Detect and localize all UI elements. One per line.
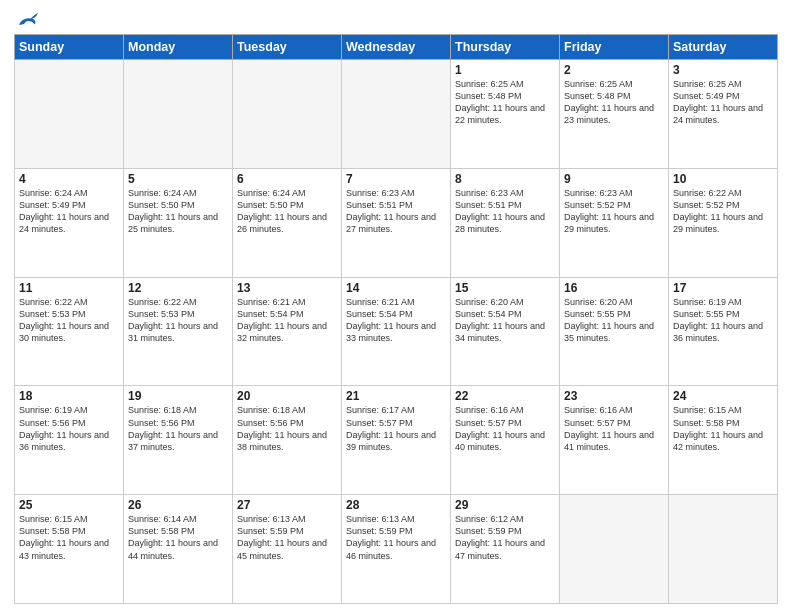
day-info: Sunrise: 6:25 AM Sunset: 5:48 PM Dayligh… xyxy=(564,78,664,127)
day-number: 19 xyxy=(128,389,228,403)
day-info: Sunrise: 6:16 AM Sunset: 5:57 PM Dayligh… xyxy=(455,404,555,453)
day-number: 27 xyxy=(237,498,337,512)
week-row-0: 1Sunrise: 6:25 AM Sunset: 5:48 PM Daylig… xyxy=(15,60,778,169)
day-number: 10 xyxy=(673,172,773,186)
day-info: Sunrise: 6:15 AM Sunset: 5:58 PM Dayligh… xyxy=(673,404,773,453)
calendar-cell: 28Sunrise: 6:13 AM Sunset: 5:59 PM Dayli… xyxy=(342,495,451,604)
week-row-2: 11Sunrise: 6:22 AM Sunset: 5:53 PM Dayli… xyxy=(15,277,778,386)
day-number: 11 xyxy=(19,281,119,295)
logo-bird-icon xyxy=(16,10,38,30)
day-info: Sunrise: 6:13 AM Sunset: 5:59 PM Dayligh… xyxy=(237,513,337,562)
week-row-3: 18Sunrise: 6:19 AM Sunset: 5:56 PM Dayli… xyxy=(15,386,778,495)
calendar-cell: 4Sunrise: 6:24 AM Sunset: 5:49 PM Daylig… xyxy=(15,168,124,277)
day-number: 26 xyxy=(128,498,228,512)
calendar-cell: 20Sunrise: 6:18 AM Sunset: 5:56 PM Dayli… xyxy=(233,386,342,495)
day-number: 6 xyxy=(237,172,337,186)
calendar-cell: 16Sunrise: 6:20 AM Sunset: 5:55 PM Dayli… xyxy=(560,277,669,386)
calendar-cell: 2Sunrise: 6:25 AM Sunset: 5:48 PM Daylig… xyxy=(560,60,669,169)
calendar-cell xyxy=(560,495,669,604)
calendar-cell: 21Sunrise: 6:17 AM Sunset: 5:57 PM Dayli… xyxy=(342,386,451,495)
calendar-cell: 13Sunrise: 6:21 AM Sunset: 5:54 PM Dayli… xyxy=(233,277,342,386)
day-number: 4 xyxy=(19,172,119,186)
day-info: Sunrise: 6:21 AM Sunset: 5:54 PM Dayligh… xyxy=(346,296,446,345)
day-number: 20 xyxy=(237,389,337,403)
calendar-cell: 1Sunrise: 6:25 AM Sunset: 5:48 PM Daylig… xyxy=(451,60,560,169)
calendar-cell: 25Sunrise: 6:15 AM Sunset: 5:58 PM Dayli… xyxy=(15,495,124,604)
day-number: 29 xyxy=(455,498,555,512)
calendar-cell: 12Sunrise: 6:22 AM Sunset: 5:53 PM Dayli… xyxy=(124,277,233,386)
day-info: Sunrise: 6:18 AM Sunset: 5:56 PM Dayligh… xyxy=(237,404,337,453)
day-number: 5 xyxy=(128,172,228,186)
col-header-saturday: Saturday xyxy=(669,35,778,60)
calendar-cell: 15Sunrise: 6:20 AM Sunset: 5:54 PM Dayli… xyxy=(451,277,560,386)
calendar-cell: 3Sunrise: 6:25 AM Sunset: 5:49 PM Daylig… xyxy=(669,60,778,169)
day-number: 7 xyxy=(346,172,446,186)
calendar-cell xyxy=(342,60,451,169)
header xyxy=(14,10,778,30)
calendar-cell xyxy=(669,495,778,604)
day-info: Sunrise: 6:19 AM Sunset: 5:56 PM Dayligh… xyxy=(19,404,119,453)
calendar-cell: 10Sunrise: 6:22 AM Sunset: 5:52 PM Dayli… xyxy=(669,168,778,277)
day-info: Sunrise: 6:22 AM Sunset: 5:53 PM Dayligh… xyxy=(128,296,228,345)
day-number: 14 xyxy=(346,281,446,295)
day-number: 2 xyxy=(564,63,664,77)
col-header-friday: Friday xyxy=(560,35,669,60)
col-header-tuesday: Tuesday xyxy=(233,35,342,60)
col-header-monday: Monday xyxy=(124,35,233,60)
day-info: Sunrise: 6:18 AM Sunset: 5:56 PM Dayligh… xyxy=(128,404,228,453)
calendar-cell: 14Sunrise: 6:21 AM Sunset: 5:54 PM Dayli… xyxy=(342,277,451,386)
day-info: Sunrise: 6:12 AM Sunset: 5:59 PM Dayligh… xyxy=(455,513,555,562)
day-info: Sunrise: 6:21 AM Sunset: 5:54 PM Dayligh… xyxy=(237,296,337,345)
day-number: 25 xyxy=(19,498,119,512)
day-info: Sunrise: 6:25 AM Sunset: 5:48 PM Dayligh… xyxy=(455,78,555,127)
day-number: 13 xyxy=(237,281,337,295)
day-info: Sunrise: 6:23 AM Sunset: 5:51 PM Dayligh… xyxy=(455,187,555,236)
day-info: Sunrise: 6:24 AM Sunset: 5:50 PM Dayligh… xyxy=(237,187,337,236)
col-header-wednesday: Wednesday xyxy=(342,35,451,60)
day-number: 21 xyxy=(346,389,446,403)
day-number: 17 xyxy=(673,281,773,295)
calendar-cell: 8Sunrise: 6:23 AM Sunset: 5:51 PM Daylig… xyxy=(451,168,560,277)
day-number: 9 xyxy=(564,172,664,186)
week-row-4: 25Sunrise: 6:15 AM Sunset: 5:58 PM Dayli… xyxy=(15,495,778,604)
calendar-cell xyxy=(15,60,124,169)
day-number: 8 xyxy=(455,172,555,186)
day-info: Sunrise: 6:17 AM Sunset: 5:57 PM Dayligh… xyxy=(346,404,446,453)
col-header-thursday: Thursday xyxy=(451,35,560,60)
calendar-cell: 23Sunrise: 6:16 AM Sunset: 5:57 PM Dayli… xyxy=(560,386,669,495)
day-info: Sunrise: 6:25 AM Sunset: 5:49 PM Dayligh… xyxy=(673,78,773,127)
day-number: 22 xyxy=(455,389,555,403)
calendar-cell: 18Sunrise: 6:19 AM Sunset: 5:56 PM Dayli… xyxy=(15,386,124,495)
week-row-1: 4Sunrise: 6:24 AM Sunset: 5:49 PM Daylig… xyxy=(15,168,778,277)
calendar-cell: 22Sunrise: 6:16 AM Sunset: 5:57 PM Dayli… xyxy=(451,386,560,495)
calendar-cell: 9Sunrise: 6:23 AM Sunset: 5:52 PM Daylig… xyxy=(560,168,669,277)
day-info: Sunrise: 6:23 AM Sunset: 5:52 PM Dayligh… xyxy=(564,187,664,236)
day-info: Sunrise: 6:20 AM Sunset: 5:55 PM Dayligh… xyxy=(564,296,664,345)
page: SundayMondayTuesdayWednesdayThursdayFrid… xyxy=(0,0,792,612)
day-info: Sunrise: 6:13 AM Sunset: 5:59 PM Dayligh… xyxy=(346,513,446,562)
calendar-cell xyxy=(233,60,342,169)
day-number: 18 xyxy=(19,389,119,403)
day-info: Sunrise: 6:24 AM Sunset: 5:49 PM Dayligh… xyxy=(19,187,119,236)
calendar-cell: 7Sunrise: 6:23 AM Sunset: 5:51 PM Daylig… xyxy=(342,168,451,277)
day-number: 24 xyxy=(673,389,773,403)
calendar-cell: 17Sunrise: 6:19 AM Sunset: 5:55 PM Dayli… xyxy=(669,277,778,386)
calendar-header-row: SundayMondayTuesdayWednesdayThursdayFrid… xyxy=(15,35,778,60)
day-info: Sunrise: 6:22 AM Sunset: 5:53 PM Dayligh… xyxy=(19,296,119,345)
day-number: 16 xyxy=(564,281,664,295)
day-number: 3 xyxy=(673,63,773,77)
calendar-cell: 6Sunrise: 6:24 AM Sunset: 5:50 PM Daylig… xyxy=(233,168,342,277)
calendar-cell: 11Sunrise: 6:22 AM Sunset: 5:53 PM Dayli… xyxy=(15,277,124,386)
day-number: 1 xyxy=(455,63,555,77)
calendar-cell: 24Sunrise: 6:15 AM Sunset: 5:58 PM Dayli… xyxy=(669,386,778,495)
day-number: 28 xyxy=(346,498,446,512)
day-info: Sunrise: 6:24 AM Sunset: 5:50 PM Dayligh… xyxy=(128,187,228,236)
day-number: 15 xyxy=(455,281,555,295)
logo xyxy=(14,10,38,30)
calendar-cell: 29Sunrise: 6:12 AM Sunset: 5:59 PM Dayli… xyxy=(451,495,560,604)
calendar-cell: 5Sunrise: 6:24 AM Sunset: 5:50 PM Daylig… xyxy=(124,168,233,277)
calendar-cell: 19Sunrise: 6:18 AM Sunset: 5:56 PM Dayli… xyxy=(124,386,233,495)
day-info: Sunrise: 6:22 AM Sunset: 5:52 PM Dayligh… xyxy=(673,187,773,236)
day-info: Sunrise: 6:14 AM Sunset: 5:58 PM Dayligh… xyxy=(128,513,228,562)
day-info: Sunrise: 6:15 AM Sunset: 5:58 PM Dayligh… xyxy=(19,513,119,562)
